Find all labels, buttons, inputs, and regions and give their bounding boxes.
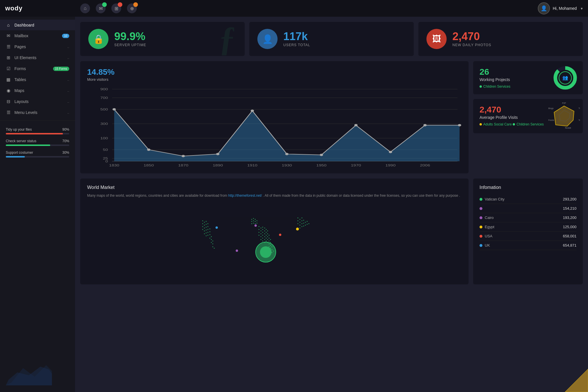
svg-rect-70 (267, 230, 268, 231)
sidebar-item-maps[interactable]: ◉ Maps .. (0, 85, 75, 96)
table-label (480, 207, 485, 210)
chart-percent: 14.85% (87, 67, 462, 77)
camera-badge (133, 2, 138, 7)
svg-rect-56 (259, 229, 259, 230)
table-label-text: Vatican City (485, 197, 504, 201)
svg-rect-75 (267, 233, 268, 234)
sidebar-item-layouts[interactable]: ⊟ Layouts .. (0, 96, 75, 107)
table-label: USA (480, 234, 493, 238)
svg-rect-72 (262, 238, 263, 239)
svg-rect-127 (209, 231, 210, 232)
table-label: UK (480, 243, 490, 247)
svg-point-22 (216, 153, 220, 155)
children-services-badge: Children Services (513, 122, 544, 126)
table-value: 293,200 (563, 197, 576, 201)
mail-nav-button[interactable]: ✉ (96, 3, 106, 13)
menu-levels-icon: ☰ (6, 110, 11, 115)
world-map-link[interactable]: http://themeforest.net/ (228, 194, 262, 198)
table-label-text: UK (485, 243, 490, 247)
sidebar-item-ui-elements[interactable]: ⊞ UI Elements .. (0, 52, 75, 63)
svg-text:500: 500 (100, 108, 108, 111)
svg-rect-106 (255, 223, 256, 224)
dropdown-arrow: ▾ (581, 6, 583, 11)
svg-text:300: 300 (100, 122, 108, 125)
user-menu[interactable]: 👤 Hi, Mohamed ▾ (538, 2, 583, 14)
table-label: Vatican City (480, 197, 504, 201)
sidebar-item-label: Maps (14, 88, 67, 93)
sidebar-item-menu-levels[interactable]: ☰ Menu Levels .. (0, 107, 75, 118)
sidebar-item-mailbox[interactable]: ✉ Mailbox 10 (0, 30, 75, 41)
task-header: Check server status 70% (6, 139, 69, 143)
table-dot (480, 244, 482, 247)
svg-rect-116 (204, 228, 205, 228)
camera-nav-button[interactable]: ⊕ (127, 3, 137, 13)
svg-rect-69 (266, 232, 267, 233)
sidebar-item-label: Pages (14, 44, 67, 49)
bg-letter-decoration: ƒ (219, 22, 236, 56)
svg-text:900: 900 (100, 87, 108, 91)
sidebar-item-tables[interactable]: ▦ Tables .. (0, 74, 75, 85)
svg-point-24 (285, 153, 289, 155)
svg-point-26 (354, 124, 358, 126)
svg-rect-130 (209, 234, 210, 235)
table-dot (480, 235, 482, 238)
table-label-text: Cairo (485, 215, 494, 220)
table-row-usa: USA 658,001 (480, 232, 576, 241)
svg-rect-139 (297, 217, 298, 218)
svg-rect-152 (299, 228, 300, 228)
sidebar-item-label: UI Elements (14, 55, 67, 60)
svg-rect-108 (202, 220, 203, 221)
task-header: Support costumer 30% (6, 151, 69, 155)
svg-rect-129 (207, 235, 208, 236)
svg-rect-146 (297, 223, 298, 224)
svg-rect-115 (202, 226, 203, 227)
svg-text:Feeds: Feeds (548, 119, 554, 121)
svg-rect-150 (305, 222, 306, 223)
task-item-server: Check server status 70% (6, 139, 69, 146)
adults-care-badge: Adults Social Care (480, 122, 512, 126)
task-bar-bg (6, 145, 69, 146)
task-percent: 90% (62, 127, 69, 132)
svg-rect-134 (212, 241, 213, 241)
africa-bubble-inner (260, 246, 271, 258)
world-map-desc-text: Many maps of the world, world regions, c… (87, 194, 228, 198)
table-value: 658,001 (563, 234, 576, 238)
mailbox-badge: 10 (62, 34, 69, 38)
window-nav-button[interactable]: ⊞ (111, 3, 121, 13)
svg-rect-62 (262, 232, 263, 233)
svg-rect-55 (262, 227, 263, 228)
svg-rect-137 (212, 246, 213, 247)
svg-rect-144 (302, 220, 302, 221)
working-projects-card: 26 Working Projects Children Services (473, 61, 583, 94)
stat-card-uptime: 🔒 99.9% SERVER UPTIME ƒ (80, 22, 245, 56)
table-label: Cairo (480, 215, 494, 220)
user-greeting: Hi, Mohamed (553, 6, 577, 11)
table-value: 125,000 (563, 225, 576, 229)
svg-rect-126 (207, 232, 208, 233)
svg-text:Twitter: Twitter (578, 107, 580, 110)
home-nav-button[interactable]: ⌂ (80, 3, 90, 13)
layouts-icon: ⊟ (6, 99, 11, 104)
table-row-uk: UK 654,871 (480, 241, 576, 250)
svg-rect-109 (204, 222, 205, 223)
table-label-text: Egypt (485, 225, 494, 229)
badge-label: Children Services (483, 85, 510, 89)
svg-rect-82 (266, 241, 267, 241)
svg-rect-114 (207, 223, 208, 224)
sidebar-item-dashboard[interactable]: ⌂ Dashboard (0, 20, 75, 30)
badge-dot-yellow (480, 123, 482, 125)
sidebar-item-pages[interactable]: ☰ Pages .. (0, 41, 75, 52)
triangle-svg (565, 369, 588, 392)
svg-rect-83 (267, 239, 268, 240)
mailbox-icon: ✉ (6, 33, 11, 38)
svg-rect-154 (303, 226, 304, 226)
triangle-decoration (565, 369, 588, 392)
svg-rect-98 (253, 218, 254, 219)
svg-rect-117 (206, 227, 207, 228)
svg-rect-135 (211, 242, 212, 243)
sidebar-item-forms[interactable]: ☑ Forms 15 Forms (0, 63, 75, 74)
svg-rect-60 (259, 232, 259, 233)
svg-rect-153 (302, 226, 302, 227)
svg-text:1990: 1990 (385, 164, 396, 167)
svg-text:1950: 1950 (316, 164, 327, 167)
